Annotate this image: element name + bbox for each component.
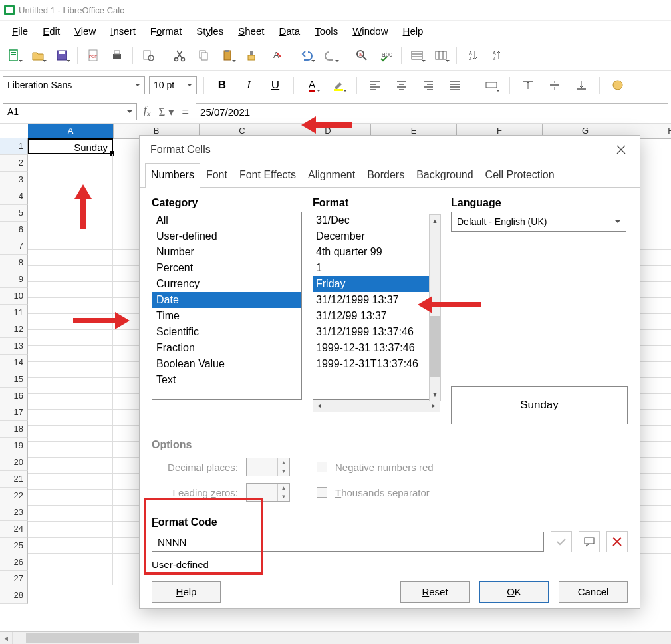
format-item[interactable]: 31/12/1999 13:37 (313, 292, 440, 308)
menu-styles[interactable]: Styles (190, 23, 230, 39)
format-item[interactable]: 31/12/99 13:37 (313, 308, 440, 324)
format-item[interactable]: 1999-12-31 13:37:46 (313, 340, 440, 356)
cell[interactable] (28, 186, 113, 202)
row-header-5[interactable]: 5 (0, 205, 28, 222)
cell[interactable] (28, 569, 113, 585)
format-item[interactable]: December (313, 228, 440, 244)
cell[interactable] (28, 426, 113, 442)
copy-button[interactable] (192, 44, 215, 67)
category-item[interactable]: Currency (152, 276, 301, 292)
row-header-6[interactable]: 6 (0, 222, 28, 238)
align-center-button[interactable] (390, 74, 413, 96)
reset-button[interactable]: Reset (400, 581, 470, 603)
clone-formatting-button[interactable] (240, 44, 263, 67)
cell[interactable] (28, 362, 113, 378)
row-header-14[interactable]: 14 (0, 355, 28, 371)
cancel-button[interactable]: Cancel (559, 581, 628, 603)
align-right-button[interactable] (417, 74, 440, 96)
category-item[interactable]: Text (152, 372, 301, 388)
cell[interactable] (28, 410, 113, 426)
cell[interactable] (28, 170, 113, 186)
row-header-24[interactable]: 24 (0, 521, 28, 538)
format-item[interactable]: 4th quarter 99 (313, 244, 440, 260)
clear-formatting-button[interactable]: A (264, 44, 287, 67)
row-header-27[interactable]: 27 (0, 571, 28, 587)
scroll-left-button[interactable]: ◄ (0, 632, 13, 644)
align-left-button[interactable] (364, 74, 386, 96)
highlight-button[interactable] (327, 74, 350, 96)
category-item[interactable]: Time (152, 308, 301, 324)
row-header-28[interactable]: 28 (0, 587, 28, 604)
valign-middle-button[interactable] (543, 74, 566, 96)
tab-font[interactable]: Font (200, 163, 233, 188)
horizontal-scrollbar[interactable]: ◄ (0, 631, 671, 644)
menu-file[interactable]: File (5, 23, 35, 39)
scroll-thumb[interactable] (430, 316, 440, 377)
new-doc-button[interactable] (3, 44, 25, 67)
font-color-button[interactable]: A (301, 74, 323, 96)
row-header-19[interactable]: 19 (0, 438, 28, 454)
undo-button[interactable] (295, 44, 318, 67)
tab-alignment[interactable]: Alignment (302, 163, 361, 188)
row-header-17[interactable]: 17 (0, 404, 28, 421)
row-header-4[interactable]: 4 (0, 188, 28, 205)
sum-button[interactable]: Σ ▾ (157, 105, 175, 119)
category-item[interactable]: Date (152, 292, 301, 308)
format-code-input[interactable] (152, 532, 544, 552)
formula-input[interactable]: 25/07/2021 (196, 103, 668, 120)
scroll-thumb[interactable] (26, 633, 139, 643)
open-button[interactable] (27, 44, 49, 67)
category-listbox[interactable]: AllUser-definedNumberPercentCurrencyDate… (152, 212, 302, 400)
row-header-16[interactable]: 16 (0, 388, 28, 404)
delete-code-button[interactable] (606, 531, 628, 552)
formula-button[interactable]: = (178, 105, 194, 119)
paste-button[interactable] (216, 44, 239, 67)
format-vscroll[interactable]: ▲ ▼ (429, 214, 441, 401)
cell[interactable] (28, 346, 113, 362)
tab-background[interactable]: Background (410, 163, 479, 188)
tab-borders[interactable]: Borders (361, 163, 410, 188)
currency-button[interactable] (606, 74, 629, 96)
tab-cell-protection[interactable]: Cell Protection (479, 163, 561, 188)
cell[interactable] (28, 250, 113, 266)
tab-numbers[interactable]: Numbers (145, 163, 200, 188)
language-select[interactable]: Default - English (UK) (451, 212, 626, 232)
format-item[interactable]: 31/Dec (313, 212, 440, 228)
cell[interactable] (28, 554, 113, 569)
category-item[interactable]: User-defined (152, 228, 301, 244)
row-header-3[interactable]: 3 (0, 172, 28, 188)
merge-button[interactable] (480, 74, 503, 96)
cell[interactable]: Sunday (28, 138, 113, 154)
format-listbox[interactable]: 31/DecDecember4th quarter 991Friday31/12… (313, 212, 440, 400)
scroll-down-icon[interactable]: ▼ (430, 389, 440, 401)
scroll-up-icon[interactable]: ▲ (430, 215, 440, 227)
format-item[interactable]: 31/12/1999 13:37:46 (313, 324, 440, 340)
row-header-23[interactable]: 23 (0, 504, 28, 521)
menu-insert[interactable]: Insert (104, 23, 142, 39)
cell[interactable] (28, 442, 113, 458)
name-box[interactable]: A1 (3, 103, 137, 120)
menu-tools[interactable]: Tools (308, 23, 344, 39)
category-item[interactable]: Boolean Value (152, 356, 301, 372)
sort-desc-button[interactable]: AZ (485, 44, 507, 67)
align-justify-button[interactable] (444, 74, 466, 96)
cell[interactable] (28, 506, 113, 522)
menu-window[interactable]: Window (346, 23, 394, 39)
function-wizard-button[interactable]: fx (140, 104, 154, 119)
cell[interactable] (28, 218, 113, 234)
cell[interactable] (28, 378, 113, 394)
category-item[interactable]: Number (152, 244, 301, 260)
save-button[interactable] (51, 44, 73, 67)
column-button[interactable] (430, 44, 452, 67)
row-header-15[interactable]: 15 (0, 371, 28, 388)
category-item[interactable]: All (152, 212, 301, 228)
print-preview-button[interactable] (137, 44, 160, 67)
format-item[interactable]: Friday (313, 276, 440, 292)
cell[interactable] (28, 154, 113, 170)
menu-sheet[interactable]: Sheet (231, 23, 271, 39)
row-header-18[interactable]: 18 (0, 421, 28, 438)
row-header-9[interactable]: 9 (0, 271, 28, 288)
cell[interactable] (28, 330, 113, 346)
format-hscroll[interactable]: ◄ ► (313, 400, 440, 412)
cell[interactable] (28, 458, 113, 474)
